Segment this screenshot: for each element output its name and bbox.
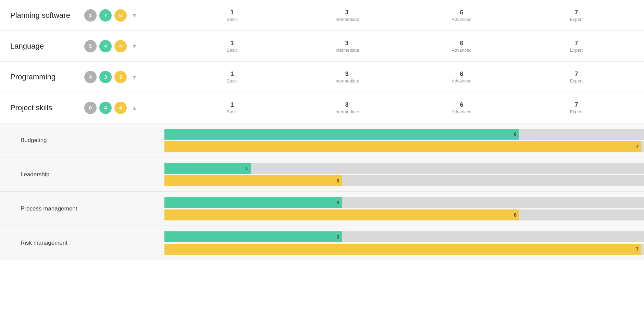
skill-name: Language [10, 42, 79, 51]
scale-label: Intermediate [334, 78, 359, 84]
scale-headers: 1 Basic 3 Intermediate 6 Advanced 7 Expe… [175, 9, 634, 22]
green-bar-filled: 3 [164, 231, 342, 242]
scale-col-1: 3 Intermediate [289, 71, 404, 84]
scale-label: Advanced [452, 109, 472, 114]
scale-number: 6 [460, 71, 463, 78]
scale-label: Advanced [452, 17, 472, 22]
scale-label: Advanced [452, 48, 472, 53]
scale-col-0: 1 Basic [175, 101, 289, 114]
scale-label: Advanced [452, 78, 472, 84]
green-bar-empty [342, 197, 644, 208]
skill-row-left: Project skills044▴ [10, 102, 175, 114]
green-bar-empty [519, 129, 644, 140]
sub-skill-name: Budgeting [21, 137, 47, 144]
sub-skill-name: Process management [21, 205, 77, 212]
green-bar-row: 3 [164, 231, 644, 242]
scale-label: Intermediate [334, 48, 359, 53]
sub-skill-row: Leadership13 [0, 157, 644, 192]
scale-col-0: 1 Basic [175, 9, 289, 22]
skill-row-left: Language544▾ [10, 40, 175, 52]
expanded-section-project-skills: Budgeting67Leadership13Process managemen… [0, 123, 644, 260]
scale-label: Intermediate [334, 109, 359, 114]
scale-label: Expert [570, 78, 583, 84]
badge-yellow-2: 3 [114, 71, 127, 83]
scale-col-1: 3 Intermediate [289, 9, 404, 22]
scale-col-3: 7 Expert [519, 71, 634, 84]
skill-name: Planning software [10, 11, 79, 20]
badge-green-1: 4 [99, 102, 112, 114]
scale-number: 3 [345, 9, 348, 16]
scale-col-2: 6 Advanced [404, 71, 519, 84]
yellow-bar-filled: 3 [164, 175, 342, 186]
scale-number: 1 [230, 71, 234, 78]
yellow-bar-empty [641, 244, 644, 255]
scale-number: 3 [345, 40, 348, 47]
scale-col-3: 7 Expert [519, 101, 634, 114]
badge-gray-0: 0 [84, 102, 97, 114]
scale-headers: 1 Basic 3 Intermediate 6 Advanced 7 Expe… [175, 40, 634, 53]
scale-number: 7 [574, 101, 578, 108]
scale-number: 6 [460, 101, 463, 108]
badge-gray-0: 1 [84, 9, 97, 22]
scale-label: Basic [227, 78, 238, 84]
skill-row-language: Language544▾ 1 Basic 3 Intermediate 6 Ad… [0, 31, 644, 62]
scale-number: 7 [574, 71, 578, 78]
scale-col-2: 6 Advanced [404, 40, 519, 53]
scale-col-3: 7 Expert [519, 9, 634, 22]
scale-number: 3 [345, 71, 348, 78]
green-bar-row: 1 [164, 163, 644, 174]
scale-headers: 1 Basic 3 Intermediate 6 Advanced 7 Expe… [175, 71, 634, 84]
bars-area: 67 [164, 123, 644, 157]
scale-col-1: 3 Intermediate [289, 40, 404, 53]
chevron-icon[interactable]: ▾ [133, 73, 136, 81]
green-bar-filled: 1 [164, 163, 251, 174]
sub-skill-row: Process management36 [0, 192, 644, 226]
green-bar-filled: 6 [164, 129, 519, 140]
sub-skill-name: Leadership [21, 171, 49, 178]
badge-green-1: 4 [99, 40, 112, 52]
badge-gray-0: 4 [84, 71, 97, 83]
bars-area: 37 [164, 226, 644, 260]
yellow-bar-empty [342, 175, 644, 186]
yellow-bar-row: 7 [164, 244, 644, 255]
badge-yellow-2: 4 [114, 40, 127, 52]
skill-row-planning-software: Planning software176▾ 1 Basic 3 Intermed… [0, 0, 644, 31]
yellow-bar-row: 6 [164, 209, 644, 220]
badge-green-1: 3 [99, 71, 112, 83]
skill-row-programming: Programming433▾ 1 Basic 3 Intermediate 6… [0, 62, 644, 92]
green-bar-row: 3 [164, 197, 644, 208]
badge-gray-0: 5 [84, 40, 97, 52]
green-bar-filled: 3 [164, 197, 342, 208]
yellow-bar-filled: 7 [164, 141, 641, 152]
scale-col-0: 1 Basic [175, 71, 289, 84]
scale-col-0: 1 Basic [175, 40, 289, 53]
sub-skill-row: Budgeting67 [0, 123, 644, 157]
scale-label: Expert [570, 48, 583, 53]
yellow-bar-row: 3 [164, 175, 644, 186]
scale-label: Basic [227, 109, 238, 114]
chevron-icon[interactable]: ▾ [133, 12, 136, 19]
skill-row-left: Programming433▾ [10, 71, 175, 83]
scale-col-2: 6 Advanced [404, 9, 519, 22]
chevron-icon[interactable]: ▴ [133, 104, 136, 112]
scale-number: 1 [230, 40, 234, 47]
sub-skill-row: Risk management37 [0, 226, 644, 260]
skill-row-project-skills: Project skills044▴ 1 Basic 3 Intermediat… [0, 92, 644, 123]
chevron-icon[interactable]: ▾ [133, 42, 136, 50]
bars-area: 36 [164, 192, 644, 226]
scale-label: Expert [570, 109, 583, 114]
scale-number: 6 [460, 9, 463, 16]
main-container: Planning software176▾ 1 Basic 3 Intermed… [0, 0, 644, 332]
skill-name: Project skills [10, 103, 79, 112]
green-bar-empty [342, 231, 644, 242]
scale-label: Basic [227, 17, 238, 22]
badge-group: 433 [84, 71, 127, 83]
scale-number: 1 [230, 9, 234, 16]
skill-row-left: Planning software176▾ [10, 9, 175, 22]
badge-yellow-2: 6 [114, 9, 127, 22]
badge-group: 544 [84, 40, 127, 52]
scale-col-2: 6 Advanced [404, 101, 519, 114]
scale-label: Expert [570, 17, 583, 22]
scale-label: Basic [227, 48, 238, 53]
yellow-bar-row: 7 [164, 141, 644, 152]
